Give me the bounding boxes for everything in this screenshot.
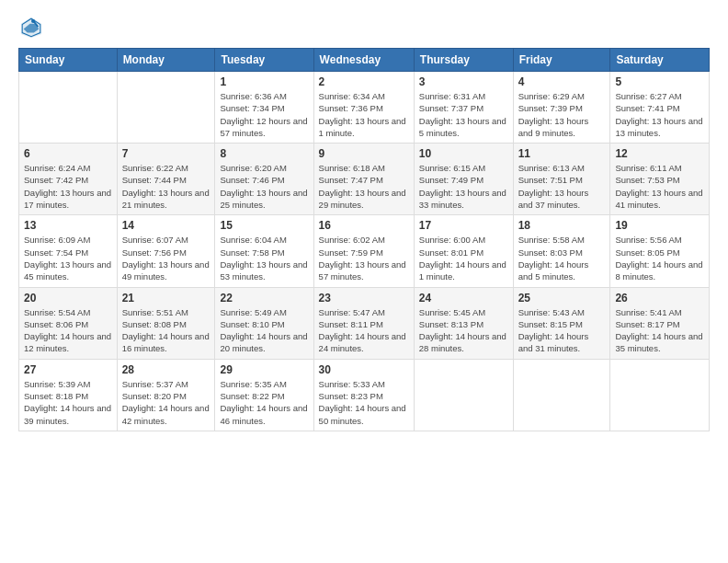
calendar-cell: 6Sunrise: 6:24 AM Sunset: 7:42 PM Daylig… <box>19 144 118 215</box>
calendar-cell: 11Sunrise: 6:13 AM Sunset: 7:51 PM Dayli… <box>513 144 610 215</box>
day-number: 14 <box>122 219 210 232</box>
calendar-cell <box>19 72 118 144</box>
col-header-sunday: Sunday <box>19 49 118 72</box>
day-number: 1 <box>220 75 308 88</box>
calendar-cell: 21Sunrise: 5:51 AM Sunset: 8:08 PM Dayli… <box>117 287 215 359</box>
day-number: 25 <box>518 292 606 304</box>
day-number: 11 <box>518 147 606 160</box>
day-info: Sunrise: 6:02 AM Sunset: 7:59 PM Dayligh… <box>319 234 409 282</box>
day-info: Sunrise: 6:27 AM Sunset: 7:41 PM Dayligh… <box>615 90 704 139</box>
calendar-cell: 4Sunrise: 6:29 AM Sunset: 7:39 PM Daylig… <box>513 72 610 144</box>
day-number: 13 <box>24 219 112 232</box>
calendar-cell: 2Sunrise: 6:34 AM Sunset: 7:36 PM Daylig… <box>313 72 414 144</box>
day-info: Sunrise: 6:29 AM Sunset: 7:39 PM Dayligh… <box>518 90 606 139</box>
day-number: 19 <box>615 219 704 232</box>
day-info: Sunrise: 5:37 AM Sunset: 8:20 PM Dayligh… <box>122 378 210 427</box>
calendar-cell <box>513 359 610 431</box>
day-number: 21 <box>122 292 210 304</box>
col-header-thursday: Thursday <box>414 49 513 72</box>
day-info: Sunrise: 5:35 AM Sunset: 8:22 PM Dayligh… <box>220 378 308 427</box>
day-info: Sunrise: 6:07 AM Sunset: 7:56 PM Dayligh… <box>122 234 210 282</box>
col-header-tuesday: Tuesday <box>215 49 313 72</box>
calendar-cell: 12Sunrise: 6:11 AM Sunset: 7:53 PM Dayli… <box>610 144 710 215</box>
calendar-cell: 5Sunrise: 6:27 AM Sunset: 7:41 PM Daylig… <box>610 72 710 144</box>
logo <box>18 15 48 40</box>
calendar-cell: 30Sunrise: 5:33 AM Sunset: 8:23 PM Dayli… <box>313 359 414 431</box>
calendar-cell <box>610 359 710 431</box>
col-header-wednesday: Wednesday <box>313 49 414 72</box>
calendar-cell: 9Sunrise: 6:18 AM Sunset: 7:47 PM Daylig… <box>313 144 414 215</box>
day-info: Sunrise: 6:04 AM Sunset: 7:58 PM Dayligh… <box>220 234 308 282</box>
calendar-cell: 15Sunrise: 6:04 AM Sunset: 7:58 PM Dayli… <box>215 215 313 287</box>
calendar-cell: 29Sunrise: 5:35 AM Sunset: 8:22 PM Dayli… <box>215 359 313 431</box>
day-info: Sunrise: 6:31 AM Sunset: 7:37 PM Dayligh… <box>419 90 508 139</box>
calendar-table: SundayMondayTuesdayWednesdayThursdayFrid… <box>18 48 710 431</box>
day-info: Sunrise: 5:58 AM Sunset: 8:03 PM Dayligh… <box>518 234 606 282</box>
calendar-cell: 19Sunrise: 5:56 AM Sunset: 8:05 PM Dayli… <box>610 215 710 287</box>
calendar-cell: 10Sunrise: 6:15 AM Sunset: 7:49 PM Dayli… <box>414 144 513 215</box>
calendar-cell: 13Sunrise: 6:09 AM Sunset: 7:54 PM Dayli… <box>19 215 118 287</box>
day-number: 16 <box>319 219 409 232</box>
day-number: 4 <box>518 75 606 88</box>
day-number: 17 <box>419 219 508 232</box>
calendar-cell: 3Sunrise: 6:31 AM Sunset: 7:37 PM Daylig… <box>414 72 513 144</box>
day-number: 30 <box>319 363 409 376</box>
day-info: Sunrise: 6:34 AM Sunset: 7:36 PM Dayligh… <box>319 90 409 139</box>
calendar-cell: 7Sunrise: 6:22 AM Sunset: 7:44 PM Daylig… <box>117 144 215 215</box>
day-info: Sunrise: 6:36 AM Sunset: 7:34 PM Dayligh… <box>220 90 308 139</box>
calendar-cell: 24Sunrise: 5:45 AM Sunset: 8:13 PM Dayli… <box>414 287 513 359</box>
day-info: Sunrise: 6:20 AM Sunset: 7:46 PM Dayligh… <box>220 162 308 211</box>
day-number: 22 <box>220 292 308 304</box>
day-info: Sunrise: 6:18 AM Sunset: 7:47 PM Dayligh… <box>319 162 409 211</box>
day-info: Sunrise: 5:43 AM Sunset: 8:15 PM Dayligh… <box>518 306 606 355</box>
calendar-cell: 14Sunrise: 6:07 AM Sunset: 7:56 PM Dayli… <box>117 215 215 287</box>
day-info: Sunrise: 5:49 AM Sunset: 8:10 PM Dayligh… <box>220 306 308 355</box>
day-info: Sunrise: 6:24 AM Sunset: 7:42 PM Dayligh… <box>24 162 112 211</box>
calendar-cell <box>414 359 513 431</box>
day-info: Sunrise: 6:11 AM Sunset: 7:53 PM Dayligh… <box>615 162 704 211</box>
day-info: Sunrise: 5:39 AM Sunset: 8:18 PM Dayligh… <box>24 378 112 427</box>
col-header-friday: Friday <box>513 49 610 72</box>
svg-point-2 <box>31 19 35 23</box>
day-number: 9 <box>319 147 409 160</box>
day-info: Sunrise: 5:54 AM Sunset: 8:06 PM Dayligh… <box>24 306 112 355</box>
calendar-cell: 27Sunrise: 5:39 AM Sunset: 8:18 PM Dayli… <box>19 359 118 431</box>
day-number: 8 <box>220 147 308 160</box>
calendar-cell: 18Sunrise: 5:58 AM Sunset: 8:03 PM Dayli… <box>513 215 610 287</box>
calendar-cell <box>117 72 215 144</box>
day-number: 24 <box>419 292 508 304</box>
logo-icon <box>18 15 44 40</box>
day-number: 23 <box>319 292 409 304</box>
day-number: 15 <box>220 219 308 232</box>
day-number: 7 <box>122 147 210 160</box>
calendar-cell: 17Sunrise: 6:00 AM Sunset: 8:01 PM Dayli… <box>414 215 513 287</box>
calendar-cell: 16Sunrise: 6:02 AM Sunset: 7:59 PM Dayli… <box>313 215 414 287</box>
day-info: Sunrise: 6:09 AM Sunset: 7:54 PM Dayligh… <box>24 234 112 282</box>
day-info: Sunrise: 5:47 AM Sunset: 8:11 PM Dayligh… <box>319 306 409 355</box>
day-number: 28 <box>122 363 210 376</box>
calendar-cell: 20Sunrise: 5:54 AM Sunset: 8:06 PM Dayli… <box>19 287 118 359</box>
day-number: 26 <box>615 292 704 304</box>
day-number: 2 <box>319 75 409 88</box>
page-header <box>18 15 710 40</box>
day-number: 20 <box>24 292 112 304</box>
day-number: 5 <box>615 75 704 88</box>
calendar-cell: 26Sunrise: 5:41 AM Sunset: 8:17 PM Dayli… <box>610 287 710 359</box>
calendar-cell: 25Sunrise: 5:43 AM Sunset: 8:15 PM Dayli… <box>513 287 610 359</box>
calendar-cell: 23Sunrise: 5:47 AM Sunset: 8:11 PM Dayli… <box>313 287 414 359</box>
calendar-cell: 22Sunrise: 5:49 AM Sunset: 8:10 PM Dayli… <box>215 287 313 359</box>
day-info: Sunrise: 5:41 AM Sunset: 8:17 PM Dayligh… <box>615 306 704 355</box>
day-info: Sunrise: 5:56 AM Sunset: 8:05 PM Dayligh… <box>615 234 704 282</box>
day-info: Sunrise: 6:22 AM Sunset: 7:44 PM Dayligh… <box>122 162 210 211</box>
day-number: 3 <box>419 75 508 88</box>
day-info: Sunrise: 6:13 AM Sunset: 7:51 PM Dayligh… <box>518 162 606 211</box>
col-header-monday: Monday <box>117 49 215 72</box>
day-number: 10 <box>419 147 508 160</box>
day-number: 18 <box>518 219 606 232</box>
calendar-cell: 8Sunrise: 6:20 AM Sunset: 7:46 PM Daylig… <box>215 144 313 215</box>
day-number: 29 <box>220 363 308 376</box>
day-info: Sunrise: 5:33 AM Sunset: 8:23 PM Dayligh… <box>319 378 409 427</box>
calendar-cell: 28Sunrise: 5:37 AM Sunset: 8:20 PM Dayli… <box>117 359 215 431</box>
calendar-cell: 1Sunrise: 6:36 AM Sunset: 7:34 PM Daylig… <box>215 72 313 144</box>
col-header-saturday: Saturday <box>610 49 710 72</box>
